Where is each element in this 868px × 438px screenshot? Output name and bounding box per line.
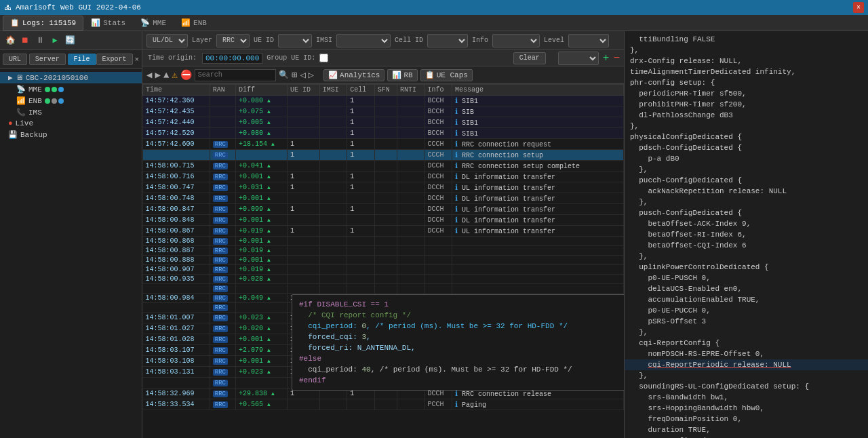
analytics-label: Analytics [340, 71, 380, 79]
tooltip-line-4: forced_cqi: 3, [299, 332, 624, 342]
analytics-btn[interactable]: 📈 Analytics [323, 69, 384, 81]
imsi-select[interactable] [336, 34, 391, 47]
table-row[interactable]: 14:58:00.888 RRC +0.001 ▲ [143, 256, 624, 265]
layer-select[interactable]: RRC [216, 34, 250, 47]
clear-select[interactable] [558, 52, 599, 65]
table-row[interactable]: 14:58:00.848 RRC +0.001 ▲ DCCH ℹ DL info… [143, 215, 624, 226]
cell-message: ℹ SIB1 [452, 117, 623, 128]
code-line: srs-Bandwidth bw1, [625, 392, 868, 403]
sidebar-home-btn[interactable]: 🏠 [3, 34, 17, 47]
table-row[interactable]: 14:58:00.935 RRC +0.028 ▲ [143, 275, 624, 284]
tab-mme[interactable]: 📡 MME [133, 16, 174, 31]
table-row[interactable]: 14:57:42.440 +0.005 ▲ 1 BCCH ℹ SIB1 [143, 117, 624, 128]
col-ran: RAN [210, 85, 235, 96]
ue-caps-label: UE Caps [437, 71, 468, 79]
nav-back-btn[interactable]: ◀ [146, 69, 152, 81]
table-row[interactable]: 14:57:42.360 +0.080 ▲ 1 BCCH ℹ SIB1 [143, 96, 624, 106]
info-label: Info [472, 37, 488, 44]
cell-sfn [374, 96, 397, 106]
cellid-select[interactable] [427, 34, 468, 47]
cell-info: DCCH [425, 204, 452, 215]
cell-ran: RRC [210, 256, 235, 265]
cell-info [425, 256, 452, 265]
tree-item-enb[interactable]: 📶 ENB [0, 95, 142, 106]
file-btn[interactable]: File [68, 54, 96, 65]
table-row[interactable]: RRC [143, 284, 624, 294]
search-next-btn[interactable]: ▷ [309, 69, 314, 81]
table-row[interactable]: 14:58:00.716 RRC +0.001 ▲ 1 1 DCCH ℹ DL … [143, 172, 624, 182]
table-row[interactable]: 14:58:00.867 RRC +0.019 ▲ 1 1 DCCH ℹ UL … [143, 226, 624, 237]
sidebar-pause-btn[interactable]: ⏸ [33, 34, 47, 47]
cell-info: DCCH [425, 226, 452, 237]
table-row[interactable]: RRC 1 1 CCCH ℹ RRC connection setup [143, 150, 624, 161]
cell-cell: 1 [347, 128, 375, 139]
table-row[interactable]: 14:57:42.435 +0.075 ▲ 1 BCCH ℹ SIB [143, 106, 624, 117]
cell-diff: +0.099 ▲ [236, 204, 288, 215]
tree-item-live[interactable]: ● Live [0, 118, 142, 129]
sidebar-refresh-btn[interactable]: 🔄 [63, 34, 77, 47]
cell-info: CCCH [425, 150, 452, 161]
table-row[interactable]: 14:58:00.868 RRC +0.001 ▲ [143, 237, 624, 246]
tree-item-backup[interactable]: 💾 Backup [0, 129, 142, 140]
rb-btn[interactable]: 📊 RB [387, 69, 417, 81]
search-prev-btn[interactable]: ◁ [300, 69, 305, 81]
table-row[interactable]: 14:58:00.907 RRC +0.019 ▲ [143, 265, 624, 275]
cell-diff: +0.001 ▲ [236, 256, 288, 265]
enb-dot1 [45, 98, 50, 104]
export-btn[interactable]: Export [96, 54, 133, 65]
cell-message: ℹ RRC connection request [452, 139, 623, 150]
nav-up-btn[interactable]: ▲ [163, 70, 169, 81]
cell-ran: RRC [210, 356, 235, 367]
table-row[interactable]: 14:58:00.748 RRC +0.001 ▲ DCCH ℹ DL info… [143, 193, 624, 204]
table-row[interactable]: 14:57:42.520 +0.080 ▲ 1 BCCH ℹ SIB1 [143, 128, 624, 139]
table-row[interactable]: 14:58:00.747 RRC +0.031 ▲ 1 1 DCCH ℹ UL … [143, 182, 624, 193]
info-select[interactable] [492, 34, 540, 47]
code-line: }, [625, 164, 868, 175]
search-input[interactable] [195, 69, 276, 81]
cell-diff: +0.001 ▲ [236, 215, 288, 226]
cell-diff [236, 150, 288, 161]
group-checkbox[interactable] [319, 54, 328, 62]
table-row[interactable]: 14:58:33.534 RRC +0.565 ▲ PCCH ℹ Paging [143, 399, 624, 410]
code-line: ackNackRepetition release: NULL [625, 186, 868, 197]
cell-time: 14:58:33.534 [143, 399, 210, 410]
sidebar-stop-btn[interactable]: ⏹ [18, 34, 32, 47]
search-expand-icon[interactable]: ⊞ [292, 69, 297, 81]
tree-item-ims[interactable]: 📞 IMS [0, 106, 142, 118]
ue-caps-btn[interactable]: 📋 UE Caps [420, 69, 473, 81]
tab-stats[interactable]: 📊 Stats [83, 16, 133, 31]
close-button[interactable]: × [853, 2, 864, 13]
remove-row-btn[interactable]: − [613, 52, 620, 64]
sidebar-play-btn[interactable]: ▶ [48, 34, 62, 47]
server-btn[interactable]: Server [29, 54, 66, 65]
clear-btn[interactable]: Clear [513, 52, 546, 64]
table-row[interactable]: 14:58:00.715 RRC +0.041 ▲ DCCH ℹ RRC con… [143, 161, 624, 172]
code-line: p-a dB0 [625, 153, 868, 164]
nav-fwd-btn[interactable]: ▶ [155, 69, 160, 81]
tab-enb[interactable]: 📶 ENB [174, 16, 214, 31]
table-row[interactable]: 14:58:00.847 RRC +0.099 ▲ 1 1 DCCH ℹ UL … [143, 204, 624, 215]
url-btn[interactable]: URL [3, 54, 27, 65]
cell-time: 14:57:42.600 [143, 139, 210, 150]
cell-ran: RRC [210, 378, 235, 389]
level-select[interactable] [568, 34, 609, 47]
tab-logs[interactable]: 📋 Logs: 115159 [3, 16, 83, 31]
nav-warning-btn[interactable]: ⚠ [172, 69, 177, 81]
enb-icon: 📶 [181, 18, 191, 27]
add-row-btn[interactable]: + [603, 52, 610, 64]
tree-item-mme[interactable]: 📡 MME [0, 83, 142, 95]
tree-item-cbc[interactable]: ▶ 🖥 CBC-2021050100 [0, 72, 142, 83]
cell-time: 14:57:42.360 [143, 96, 210, 106]
sidebar-close-btn[interactable]: × [134, 56, 139, 64]
nav-error-btn[interactable]: ⛔ [180, 69, 192, 81]
url-bar: URL Server File Export × [0, 50, 142, 69]
table-row[interactable]: 14:57:42.600 RRC +18.154 ▲ 1 1 CCCH ℹ RR… [143, 139, 624, 150]
cell-sfn [374, 182, 397, 193]
cell-diff: +0.019 ▲ [236, 265, 288, 275]
mode-select[interactable]: UL/DL [146, 34, 188, 47]
cell-ran [210, 117, 235, 128]
code-line: }, [625, 121, 868, 132]
ueid-select[interactable] [278, 34, 312, 47]
cell-imsi [319, 106, 347, 117]
table-row[interactable]: 14:58:00.887 RRC +0.019 ▲ [143, 246, 624, 256]
